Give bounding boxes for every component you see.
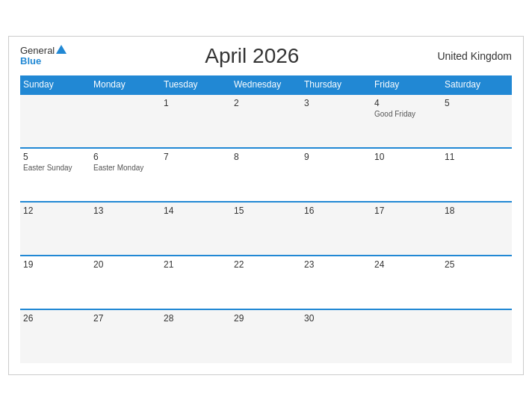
day-event: Easter Monday <box>93 164 158 172</box>
header-sunday: Sunday <box>20 75 90 94</box>
header-tuesday: Tuesday <box>161 75 231 94</box>
day-number: 26 <box>23 313 87 324</box>
day-number: 17 <box>374 206 439 216</box>
logo-triangle-icon <box>56 45 66 54</box>
calendar-day: 4Good Friday <box>371 94 442 148</box>
day-number: 1 <box>164 98 228 108</box>
logo: General Blue <box>20 46 66 67</box>
day-number: 2 <box>234 98 298 108</box>
day-number: 7 <box>164 152 228 162</box>
header-friday: Friday <box>371 75 442 94</box>
day-number: 6 <box>93 152 158 162</box>
calendar-day: 23 <box>301 256 371 309</box>
calendar-header: General Blue April 2026 United Kingdom <box>20 44 512 68</box>
day-number: 11 <box>445 152 509 162</box>
calendar-day: 5Easter Sunday <box>20 148 90 202</box>
calendar-day: 21 <box>161 256 231 309</box>
calendar-day: 26 <box>20 309 90 363</box>
day-number: 9 <box>304 152 368 162</box>
day-number: 29 <box>234 313 298 324</box>
calendar-week-row: 12131415161718 <box>20 202 512 256</box>
day-number: 16 <box>304 206 368 216</box>
calendar-day: 10 <box>371 148 442 202</box>
day-number: 21 <box>164 259 228 270</box>
day-number: 20 <box>93 259 158 270</box>
day-number: 13 <box>93 206 158 216</box>
day-number: 30 <box>304 313 368 324</box>
calendar-day: 11 <box>442 148 512 202</box>
calendar-day: 20 <box>90 256 161 309</box>
calendar-day: 17 <box>371 202 442 256</box>
day-number: 24 <box>374 259 439 270</box>
calendar-day <box>90 94 161 148</box>
calendar-day: 19 <box>20 256 90 309</box>
calendar-day: 3 <box>301 94 371 148</box>
calendar-day: 29 <box>231 309 301 363</box>
calendar-day <box>442 309 512 363</box>
calendar-region: United Kingdom <box>437 50 512 62</box>
calendar-week-row: 2627282930 <box>20 309 512 363</box>
calendar-week-row: 5Easter Sunday6Easter Monday7891011 <box>20 148 512 202</box>
calendar-day: 13 <box>90 202 161 256</box>
calendar-day: 14 <box>161 202 231 256</box>
day-number: 25 <box>445 259 509 270</box>
calendar-day: 16 <box>301 202 371 256</box>
header-thursday: Thursday <box>301 75 371 94</box>
calendar-day: 25 <box>442 256 512 309</box>
calendar-day: 12 <box>20 202 90 256</box>
header-wednesday: Wednesday <box>231 75 301 94</box>
calendar-day: 1 <box>161 94 231 148</box>
day-event: Easter Sunday <box>23 164 87 172</box>
calendar-day: 30 <box>301 309 371 363</box>
day-number: 12 <box>23 206 87 216</box>
calendar-day: 8 <box>231 148 301 202</box>
calendar-day: 7 <box>161 148 231 202</box>
calendar-day: 28 <box>161 309 231 363</box>
day-number: 10 <box>374 152 439 162</box>
calendar-day: 22 <box>231 256 301 309</box>
day-number: 15 <box>234 206 298 216</box>
header-monday: Monday <box>90 75 161 94</box>
calendar-day <box>20 94 90 148</box>
logo-general-text: General <box>20 46 66 56</box>
calendar-day <box>371 309 442 363</box>
day-number: 3 <box>304 98 368 108</box>
day-number: 14 <box>164 206 228 216</box>
logo-blue-text: Blue <box>20 56 66 67</box>
header-saturday: Saturday <box>442 75 512 94</box>
calendar-day: 27 <box>90 309 161 363</box>
day-number: 4 <box>374 98 439 108</box>
day-number: 22 <box>234 259 298 270</box>
day-number: 19 <box>23 259 87 270</box>
calendar-day: 9 <box>301 148 371 202</box>
calendar-day: 24 <box>371 256 442 309</box>
calendar-week-row: 19202122232425 <box>20 256 512 309</box>
calendar-title: April 2026 <box>205 44 299 68</box>
day-number: 27 <box>93 313 158 324</box>
calendar-table: Sunday Monday Tuesday Wednesday Thursday… <box>20 75 512 363</box>
day-number: 23 <box>304 259 368 270</box>
calendar-day: 18 <box>442 202 512 256</box>
day-event: Good Friday <box>374 110 439 118</box>
day-number: 8 <box>234 152 298 162</box>
calendar-week-row: 1234Good Friday5 <box>20 94 512 148</box>
calendar-day: 2 <box>231 94 301 148</box>
day-number: 28 <box>164 313 228 324</box>
day-number: 5 <box>23 152 87 162</box>
calendar-day: 5 <box>442 94 512 148</box>
day-number: 5 <box>445 98 509 108</box>
day-number: 18 <box>445 206 509 216</box>
calendar: General Blue April 2026 United Kingdom S… <box>8 36 524 375</box>
weekday-header-row: Sunday Monday Tuesday Wednesday Thursday… <box>20 75 512 94</box>
calendar-day: 15 <box>231 202 301 256</box>
calendar-day: 6Easter Monday <box>90 148 161 202</box>
